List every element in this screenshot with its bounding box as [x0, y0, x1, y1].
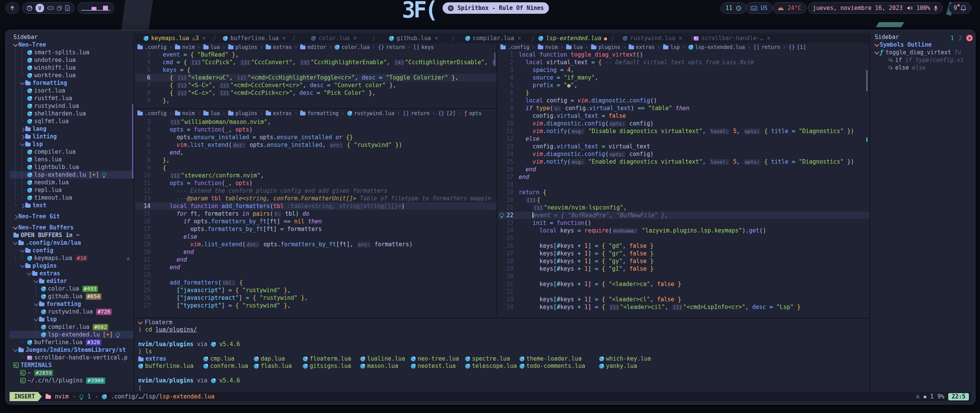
- tab-github-lua[interactable]: github.lua×: [374, 33, 453, 43]
- code-line[interactable]: 14 local function add_formatters(tbl :ta…: [135, 202, 497, 210]
- tab-keymaps-lua[interactable]: keymaps.lua⚠3×: [135, 33, 214, 43]
- tree-row[interactable]: │ color.lua#493: [10, 285, 134, 293]
- terminal-buffer-row[interactable]: ~#2859: [10, 369, 134, 377]
- tab-rustywind-lua[interactable]: rustywind.lua×: [613, 33, 692, 43]
- tree-row[interactable]: │ │ isort.lua: [10, 87, 134, 94]
- code-line[interactable]: 34 keys[#keys + 1] = { [1]"<leader>cil",…: [498, 303, 869, 311]
- code-line[interactable]: 7 local config = vim.diagnostic.config(): [498, 97, 869, 104]
- code-line[interactable]: 10 [1]"stevearc/conform.nvim",: [135, 172, 497, 179]
- code-line[interactable]: 5 prefix = "●",: [498, 81, 869, 89]
- sidebar-scrollbar[interactable]: [132, 104, 133, 179]
- code-line[interactable]: 20 end: [135, 248, 497, 256]
- close-icon[interactable]: ×: [434, 35, 438, 42]
- code-line[interactable]: 10 vim.diagnostic.config(opts: config): [498, 120, 869, 127]
- code-line[interactable]: 3 event = { "BufRead" },: [135, 51, 497, 59]
- windows-copy-icon[interactable]: [57, 5, 62, 11]
- outline-item[interactable]: ƒtoggle_diag_virtextfu: [871, 49, 971, 56]
- tree-row[interactable]: └ github.lua#654: [10, 293, 134, 300]
- code-line[interactable]: 12 --- Extend the conform plugin config …: [135, 187, 497, 195]
- tree-row[interactable]: │ │ smart-splits.lua: [10, 49, 134, 56]
- code-line[interactable]: 6 { [1]"<leader>uC", [2]"<cmd>CccHighlig…: [135, 74, 497, 81]
- symbols-outline-header[interactable]: Symbols Outline: [871, 41, 971, 49]
- close-icon[interactable]: ×: [282, 35, 286, 42]
- code-line[interactable]: 5 opts.ensure_installed = opts.ensure_in…: [135, 133, 497, 141]
- launcher-button[interactable]: [5, 2, 19, 14]
- code-line[interactable]: 18 else: [135, 233, 497, 241]
- code-line[interactable]: 4 source = "if_many",: [498, 74, 869, 81]
- code-line[interactable]: 24 local keys = require(modname: "lazyvi…: [498, 227, 869, 234]
- code-line[interactable]: 15 for ft, formatters in pairs(t: tbl) d…: [135, 210, 497, 218]
- floaterm-output[interactable]: ) cd lua/plugins/ nvim/lua/plugins via v…: [135, 326, 869, 392]
- tree-row[interactable]: │ │ undotree.lua: [10, 56, 134, 64]
- tree-row[interactable]: lsp: [10, 315, 134, 323]
- code-line[interactable]: 6 vim.list_extend(dst: opts.ensure_insta…: [135, 141, 497, 149]
- tree-row[interactable]: │ lang: [10, 125, 134, 133]
- code-line[interactable]: 3 [1]"williamboman/mason.nvim",: [135, 118, 497, 126]
- code-line[interactable]: 26 keys[#keys + 1] = { "gd", false }: [498, 242, 869, 250]
- editor-pane-rustywind-lua[interactable]: 3 [1]"williamboman/mason.nvim",4 opts = …: [135, 118, 497, 318]
- code-line[interactable]: 9 {: [135, 164, 497, 172]
- tree-row[interactable]: └ test: [10, 202, 134, 209]
- editor-scrollbar[interactable]: [494, 52, 495, 66]
- code-line[interactable]: 21 end: [135, 256, 497, 263]
- code-line[interactable]: 22 end: [135, 263, 497, 271]
- code-line[interactable]: 8 { [1]"<C-c>", [2]"<cmd>CccPick<cr>", d…: [135, 89, 497, 97]
- close-icon[interactable]: ×: [353, 35, 357, 42]
- code-line[interactable]: 27 ["typescript"] = { "rustywind" },: [135, 302, 497, 309]
- code-line[interactable]: 11 opts = function(_, opts): [135, 179, 497, 187]
- neotree-buffers-header[interactable]: Neo-Tree Buffers: [10, 224, 134, 231]
- tree-row[interactable]: └ rustywind.lua#726: [10, 308, 134, 315]
- tree-row[interactable]: │ │ repl.lua: [10, 186, 134, 194]
- code-line[interactable]: 32: [498, 288, 869, 296]
- code-line[interactable]: 25: [498, 234, 869, 242]
- neovim-icon[interactable]: V: [36, 4, 44, 12]
- code-line[interactable]: 5 keys = {: [135, 66, 497, 74]
- code-line[interactable]: 26 ["javascriptreact"] = { "rustywind" }…: [135, 294, 497, 302]
- tree-row[interactable]: extras: [10, 270, 134, 277]
- notifications-widget[interactable]: 9: [949, 2, 971, 14]
- tree-row[interactable]: │ └ worktree.lua: [10, 72, 134, 79]
- editor-pane-lsp-extended-lua[interactable]: 1local function toggle_diag_virtext()2 l…: [498, 51, 869, 318]
- code-line[interactable]: 1local function toggle_diag_virtext(): [498, 51, 869, 59]
- tree-row[interactable]: │ │ lightbulb.lua: [10, 163, 134, 171]
- tree-row[interactable]: plugins: [10, 262, 134, 270]
- close-icon[interactable]: ×: [202, 35, 206, 42]
- tab-bufferline-lua[interactable]: bufferline.lua×: [215, 33, 294, 43]
- neotree-header[interactable]: Neo-Tree: [10, 41, 134, 49]
- tree-row[interactable]: └ bufferline.lua#328: [10, 338, 134, 346]
- code-line[interactable]: 15 vim.notify(msg: "Enabled diagnostics …: [498, 158, 869, 166]
- breadcrumb-color-lua[interactable]: .config›nvim›lua›plugins›extras›editor›c…: [137, 43, 497, 51]
- tree-row[interactable]: │ └ timeout.lua: [10, 194, 134, 202]
- breadcrumb-lsp-extended-lua[interactable]: .config›nvim›lua›plugins›extras›lsp›lsp-…: [500, 43, 868, 51]
- close-icon[interactable]: ×: [767, 35, 770, 42]
- code-line[interactable]: 9 config.virtual_text = false: [498, 112, 869, 120]
- code-line[interactable]: 13 ---@param tbl table<string, conform.F…: [135, 195, 497, 202]
- tree-row[interactable]: formatting: [10, 300, 134, 308]
- tree-row[interactable]: │ compiler.lua#682: [10, 323, 134, 331]
- code-line[interactable]: 28 keys[#keys + 1] = { "gy", false }: [498, 257, 869, 265]
- code-line[interactable]: 21 [1]"neovim/nvim-lspconfig",: [498, 204, 869, 211]
- open-buffers-root[interactable]: OPEN BUFFERS in ~: [10, 231, 134, 239]
- code-line[interactable]: 24 add_formatters(tbl: {: [135, 279, 497, 286]
- tab-lsp-extended-lua[interactable]: lsp-extended.lua●: [533, 33, 612, 43]
- tree-row[interactable]: │ linting: [10, 133, 134, 140]
- code-line[interactable]: 11 vim.notify(msg: "Disable diagnostics …: [498, 127, 869, 135]
- code-line[interactable]: 17end: [498, 173, 869, 181]
- code-line[interactable]: 14 vim.diagnostic.config(opts: config): [498, 150, 869, 158]
- tree-row[interactable]: │ │ shellharden.lua: [10, 110, 134, 117]
- code-line[interactable]: 9 },: [135, 97, 497, 104]
- tree-row[interactable]: └ scrollbar-handle-vertical.p: [10, 354, 134, 361]
- date-widget[interactable]: jueves, noviembre 16, 2023: [808, 2, 917, 14]
- code-line[interactable]: 29 keys[#keys + 1] = { "gI", false }: [498, 265, 869, 273]
- breadcrumb-rustywind-lua[interactable]: .config›nvim›lua›plugins›extras›formatti…: [137, 109, 497, 117]
- close-icon[interactable]: ×: [518, 35, 521, 42]
- tree-row[interactable]: │ │ lens.lua: [10, 156, 134, 163]
- code-line[interactable]: 20 [1]{: [498, 196, 869, 204]
- tree-row[interactable]: │ │ lsp-extended.lu[+]: [10, 171, 134, 179]
- tree-row[interactable]: Juegos/Indies/SteamLibrary/st: [10, 346, 134, 354]
- code-line[interactable]: 23 init = function(): [498, 219, 869, 227]
- outline-item[interactable]: ifif type(config.vi: [871, 56, 971, 64]
- volume-widget[interactable]: 100%: [902, 2, 943, 14]
- tab-scrollbar-handle-[interactable]: scrollbar-handle-…×: [693, 33, 771, 43]
- code-line[interactable]: 30: [498, 273, 869, 280]
